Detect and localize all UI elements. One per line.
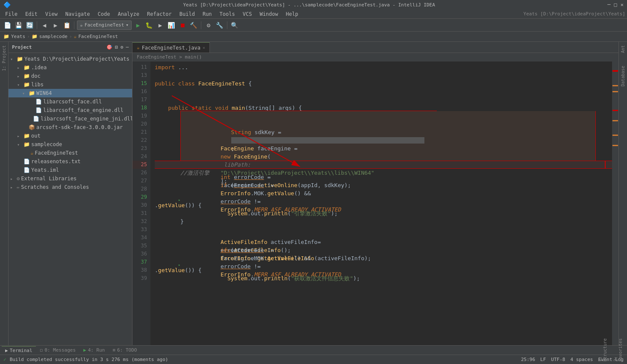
arrow-icon: ▾ — [17, 142, 22, 147]
tree-item-scratches[interactable]: ▸ ✏ Scratches and Consoles — [9, 183, 132, 191]
breadcrumb-project[interactable]: 📁 — [3, 34, 9, 39]
tree-item-samplecode[interactable]: ▾ 📁 samplecode — [9, 140, 132, 149]
breadcrumb-samplecode[interactable]: samplecode — [39, 34, 68, 39]
back-button[interactable]: ◀ — [40, 21, 49, 30]
tree-item-yeats[interactable]: ▾ 📁 Yeats D:\Project\ideaProject\Yeats — [9, 55, 132, 63]
code-content[interactable]: ▶ ▶ ▶ ▶ ▶ import ... public class FaceEn… — [150, 62, 612, 345]
tree-item-idea[interactable]: ▸ 📁 .idea — [9, 63, 132, 72]
breadcrumb-file[interactable]: FaceEngineTest — [78, 34, 118, 39]
tree-item-faceenginetest[interactable]: ▸ ☕ FaceEngineTest — [9, 149, 132, 157]
save-button[interactable]: 💾 — [14, 21, 23, 30]
close-button[interactable]: ✕ — [621, 2, 624, 8]
menu-refactor[interactable]: Refactor — [144, 10, 175, 18]
run-config-dropdown[interactable]: ☕ FaceEngineTest ▾ — [77, 21, 132, 30]
menu-help[interactable]: Help — [283, 10, 302, 18]
tree-label: arcsoft-sdk-face-3.0.0.0.jar — [36, 124, 123, 130]
breadcrumb-file-icon: ☕ — [74, 34, 77, 39]
file-icon: 📄 — [33, 116, 39, 122]
messages-tab[interactable]: ◻ 0: Messages — [37, 346, 79, 355]
breadcrumb-yeats[interactable]: Yeats — [11, 34, 25, 39]
external-tool-button[interactable]: 🔧 — [215, 21, 224, 30]
code-editor[interactable]: 11 13 15 16 17 18 19 20 21 22 23 24 25 2… — [132, 62, 618, 345]
structure-panel-tab[interactable]: 7: Structure — [595, 337, 610, 363]
status-bar: ✓ Build completed successfully in 3 s 27… — [0, 355, 627, 364]
menu-vcs[interactable]: VCS — [239, 10, 256, 18]
profile-button[interactable]: 📊 — [167, 21, 176, 30]
right-gutter[interactable] — [612, 62, 618, 345]
arrow-icon: ▸ — [10, 176, 15, 181]
project-collapse-button[interactable]: ⊟ — [115, 44, 118, 50]
txt-icon: 📄 — [24, 159, 30, 164]
tree-item-dll3[interactable]: ▸ 📄 libarcsoft_face_engine_jni.dll — [9, 114, 132, 123]
menu-code[interactable]: Code — [94, 10, 114, 18]
database-panel-tab[interactable]: Database — [621, 64, 625, 88]
file-icon: 📄 — [35, 107, 42, 113]
favorites-panel-tab[interactable]: 2: Favorites — [611, 337, 625, 363]
settings-button[interactable]: ⚙ — [204, 21, 213, 30]
messages-label: 0: Messages — [44, 347, 76, 353]
ant-panel-tab[interactable]: Ant — [621, 44, 625, 55]
recent-files-button[interactable]: 📋 — [62, 21, 71, 30]
search-everywhere-button[interactable]: 🔍 — [230, 21, 239, 30]
menu-view[interactable]: View — [42, 10, 61, 18]
new-file-button[interactable]: 📄 — [3, 21, 12, 30]
run-button[interactable]: ▶ — [133, 21, 143, 30]
tree-item-dll2[interactable]: ▸ 📄 libarcsoft_face_engine.dll — [9, 106, 132, 114]
project-minimize-button[interactable]: ─ — [126, 44, 129, 50]
project-panel-tab[interactable]: 1: Project — [2, 44, 6, 73]
tree-item-libs[interactable]: ▾ 📁 libs — [9, 80, 132, 89]
menu-edit[interactable]: Edit — [22, 10, 41, 18]
todo-tab[interactable]: ≡ 6: TODO — [109, 346, 140, 355]
menu-window[interactable]: Window — [256, 10, 281, 18]
todo-label: 6: TODO — [117, 347, 137, 353]
maximize-button[interactable]: □ — [614, 2, 617, 8]
terminal-tab[interactable]: ▶ Terminal — [2, 346, 36, 355]
tree-item-dll1[interactable]: ▸ 📄 libarcsoft_face.dll — [9, 97, 132, 106]
menu-file[interactable]: File — [2, 10, 21, 18]
project-locate-button[interactable]: 🎯 — [106, 44, 112, 50]
menu-tools[interactable]: Tools — [216, 10, 238, 18]
tree-item-jar[interactable]: ▸ 📦 arcsoft-sdk-face-3.0.0.0.jar — [9, 123, 132, 132]
cursor-position[interactable]: 25:96 — [521, 357, 535, 362]
tree-item-doc[interactable]: ▸ 📁 doc — [9, 72, 132, 80]
indent-setting[interactable]: 4 spaces — [570, 357, 593, 362]
run-tab[interactable]: ▶ 4: Run — [80, 346, 108, 355]
tree-item-win64[interactable]: ▾ 📁 WIN64 — [9, 89, 132, 97]
debug-button[interactable]: 🐛 — [144, 21, 154, 30]
tree-item-external-libs[interactable]: ▸ ⚙ External Libraries — [9, 174, 132, 183]
build-button[interactable]: 🔨 — [189, 21, 198, 30]
tree-item-out[interactable]: ▸ 📁 out — [9, 132, 132, 140]
run-label: 4: Run — [88, 347, 105, 353]
menu-navigate[interactable]: Navigate — [62, 10, 94, 18]
menu-run[interactable]: Run — [199, 10, 215, 18]
forward-button[interactable]: ▶ — [51, 21, 60, 30]
run-with-coverage-button[interactable]: ▶️ — [156, 21, 165, 30]
project-tree: ▾ 📁 Yeats D:\Project\ideaProject\Yeats ▸… — [9, 53, 132, 345]
bottom-tabs-bar: ▶ Terminal ◻ 0: Messages ▶ 4: Run ≡ 6: T… — [0, 345, 627, 355]
tab-faceenginetest[interactable]: ☕ FaceEngineTest.java ✕ — [132, 42, 210, 53]
line-ending[interactable]: LF — [540, 357, 546, 362]
tree-item-iml[interactable]: ▸ 📄 Yeats.iml — [9, 166, 132, 174]
toolbar: 📄 💾 🔄 ◀ ▶ 📋 ☕ FaceEngineTest ▾ ▶ 🐛 ▶️ 📊 … — [0, 19, 627, 32]
code-line-32: } — [155, 217, 612, 226]
tab-close-button[interactable]: ✕ — [203, 45, 205, 50]
tree-label: libarcsoft_face_engine_jni.dll — [41, 116, 132, 122]
encoding[interactable]: UTF-8 — [551, 357, 565, 362]
menu-build[interactable]: Build — [176, 10, 198, 18]
project-settings-button[interactable]: ⚙ — [121, 44, 124, 50]
breadcrumb-sep-1: › — [27, 34, 30, 39]
menu-analyze[interactable]: Analyze — [114, 10, 143, 18]
arrow-icon: ▾ — [10, 57, 15, 62]
stop-button[interactable]: ⏹ — [178, 21, 187, 30]
minimize-button[interactable]: ─ — [607, 2, 610, 8]
code-line-37: ▸ if (errorCode != ErrorInfo.MOK.getValu… — [155, 258, 612, 266]
project-label: Project — [12, 44, 32, 50]
title-bar-controls: ─ □ ✕ — [607, 2, 624, 8]
sync-button[interactable]: 🔄 — [25, 21, 34, 30]
right-tool-panel: Ant Database — [618, 42, 627, 345]
scratches-icon: ✏ — [17, 184, 20, 190]
tree-item-releasenotes[interactable]: ▸ 📄 releasenotes.txt — [9, 157, 132, 166]
tree-label: External Libraries — [21, 176, 77, 182]
tree-label: out — [31, 133, 41, 139]
toolbar-separator-1 — [37, 21, 37, 29]
